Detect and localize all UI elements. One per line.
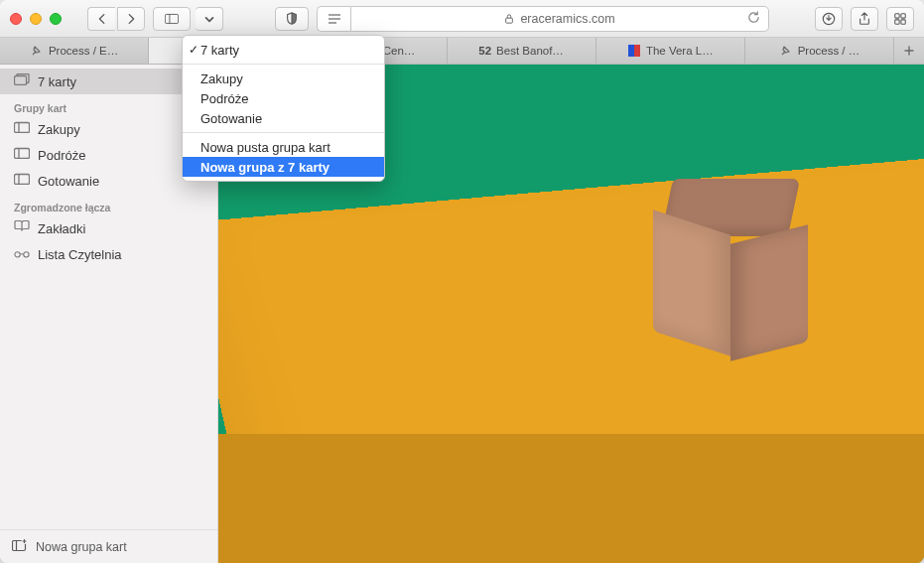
- svg-rect-18: [15, 149, 30, 159]
- svg-rect-13: [628, 45, 634, 57]
- svg-rect-15: [15, 76, 27, 85]
- tab-prefix: 52: [478, 45, 491, 57]
- minimize-window-button[interactable]: [30, 13, 42, 25]
- tab-groups-dropdown: 7 karty Zakupy Podróże Gotowanie Nowa pu…: [182, 35, 385, 182]
- add-group-icon: [12, 538, 28, 555]
- sidebar-reading-list[interactable]: Lista Czytelnia: [0, 241, 217, 267]
- dropdown-item-gotowanie[interactable]: Gotowanie: [183, 108, 384, 128]
- tab-groups-menu-button[interactable]: [196, 7, 223, 31]
- sidebar-item-label: 7 karty: [38, 74, 76, 89]
- svg-rect-20: [15, 175, 30, 185]
- dropdown-item-label: Podróże: [200, 91, 248, 106]
- svg-rect-0: [165, 14, 178, 23]
- reader-button[interactable]: [317, 6, 350, 32]
- dropdown-item-label: 7 karty: [200, 43, 239, 58]
- lock-icon: [504, 13, 514, 25]
- dropdown-item-current[interactable]: 7 karty: [183, 40, 384, 60]
- content-image: [645, 179, 814, 352]
- pin-icon: [779, 44, 793, 58]
- svg-rect-8: [901, 13, 905, 17]
- favicon-icon: [627, 44, 641, 58]
- back-button[interactable]: [87, 7, 115, 31]
- book-icon: [14, 220, 30, 236]
- tab-3[interactable]: 52 Best Banof…: [448, 38, 596, 64]
- pin-icon: [30, 44, 44, 58]
- dropdown-item-zakupy[interactable]: Zakupy: [183, 69, 384, 88]
- address-bar[interactable]: eraceramics.com: [350, 6, 769, 32]
- svg-rect-16: [15, 123, 30, 133]
- svg-rect-14: [634, 45, 640, 57]
- folder-icon: [14, 147, 30, 163]
- dropdown-item-label: Zakupy: [200, 71, 243, 86]
- titlebar: eraceramics.com: [0, 0, 924, 38]
- tab-label: Process / E…: [49, 45, 118, 57]
- window-body: 7 karty Grupy kart Zakupy Podróże Gotowa…: [0, 65, 924, 563]
- svg-rect-9: [895, 19, 899, 23]
- sidebar-item-label: Zakupy: [38, 122, 80, 137]
- tab-4[interactable]: The Vera L…: [596, 38, 745, 64]
- sidebar-links-header: Zgromadzone łącza: [0, 194, 217, 215]
- tab-strip: Process / E… Grand Cen… 52 Best Banof… T…: [0, 38, 924, 65]
- tab-label: The Vera L…: [646, 45, 714, 57]
- sidebar-item-label: Podróże: [38, 148, 85, 163]
- sidebar-new-group-button[interactable]: Nowa grupa kart: [0, 529, 217, 563]
- svg-rect-5: [506, 18, 513, 23]
- sidebar-item-label: Zakładki: [38, 221, 85, 236]
- window-controls: [10, 13, 62, 25]
- svg-point-23: [24, 252, 29, 257]
- sidebar-footer-label: Nowa grupa kart: [36, 540, 127, 554]
- share-button[interactable]: [851, 7, 878, 31]
- zoom-window-button[interactable]: [50, 13, 62, 25]
- dropdown-item-label: Nowa pusta grupa kart: [200, 140, 330, 155]
- svg-rect-7: [895, 13, 899, 17]
- address-text: eraceramics.com: [520, 12, 614, 26]
- dropdown-item-new-empty[interactable]: Nowa pusta grupa kart: [183, 137, 384, 157]
- new-tab-button[interactable]: [894, 38, 924, 64]
- dropdown-separator: [183, 64, 384, 65]
- svg-point-22: [15, 252, 20, 257]
- dropdown-item-label: Gotowanie: [200, 111, 262, 126]
- sidebar-bookmarks[interactable]: Zakładki: [0, 215, 217, 241]
- tab-label: Process / …: [798, 45, 860, 57]
- sidebar-item-label: Lista Czytelnia: [38, 247, 122, 262]
- close-window-button[interactable]: [10, 13, 22, 25]
- sidebar-toggle-button[interactable]: [153, 7, 191, 31]
- tab-5[interactable]: Process / …: [745, 38, 894, 64]
- nav-buttons: [87, 7, 145, 31]
- tab-0[interactable]: Process / E…: [0, 38, 149, 64]
- tab-overview-button[interactable]: [886, 7, 914, 31]
- content-image: [218, 434, 924, 563]
- folder-icon: [14, 173, 30, 189]
- tab-label: Best Banof…: [496, 45, 564, 57]
- glasses-icon: [14, 246, 30, 262]
- reload-button[interactable]: [747, 11, 760, 27]
- svg-rect-10: [901, 19, 905, 23]
- dropdown-item-new-from-tabs[interactable]: Nowa grupa z 7 karty: [183, 157, 384, 177]
- downloads-button[interactable]: [815, 7, 843, 31]
- dropdown-separator: [183, 132, 384, 133]
- dropdown-item-podroze[interactable]: Podróże: [183, 88, 384, 108]
- forward-button[interactable]: [117, 7, 145, 31]
- safari-window: eraceramics.com Process / E…: [0, 0, 924, 563]
- tabs-icon: [14, 73, 30, 89]
- dropdown-item-label: Nowa grupa z 7 karty: [200, 160, 330, 175]
- privacy-report-button[interactable]: [275, 7, 309, 31]
- folder-icon: [14, 121, 30, 137]
- address-bar-group: eraceramics.com: [317, 6, 769, 32]
- sidebar-item-label: Gotowanie: [38, 174, 99, 189]
